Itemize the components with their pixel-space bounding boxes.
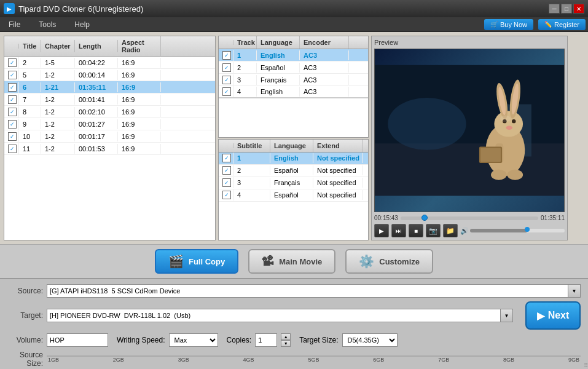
row-check[interactable]: [219, 153, 233, 164]
source-size-row: Source Size: ||||||||| 1GB 2GB 3GB 4GB 5…: [7, 351, 581, 368]
row-check[interactable]: [4, 119, 19, 130]
target-row: Target: ▼: [7, 309, 513, 322]
row-check[interactable]: [4, 69, 19, 81]
row-language: English: [257, 50, 300, 60]
table-row[interactable]: 9 1-2 00:01:27 16:9: [4, 118, 215, 130]
volume-input[interactable]: [47, 333, 108, 347]
row-check[interactable]: [219, 165, 233, 176]
copies-spinner: ▲ ▼: [281, 333, 291, 347]
row-check[interactable]: [4, 106, 19, 117]
row-check[interactable]: [4, 143, 19, 154]
table-row[interactable]: 6 1-21 01:35:11 16:9: [4, 81, 215, 93]
row-chapter: 1-5: [41, 58, 75, 68]
options-row: Volume: Writing Speed: Max Copies: ▲ ▼ T…: [7, 333, 581, 347]
progress-thumb[interactable]: [421, 215, 428, 221]
table-row[interactable]: 2 Español Not specified: [219, 165, 368, 177]
table-row[interactable]: 5 1-2 00:00:14 16:9: [4, 69, 215, 81]
table-row[interactable]: 4 Español Not specified: [219, 189, 368, 202]
row-check[interactable]: [4, 94, 19, 105]
row-chapter: 1-2: [41, 132, 75, 141]
menu-tools[interactable]: Tools: [33, 18, 62, 31]
row-language: English: [270, 153, 313, 163]
row-check[interactable]: [4, 57, 19, 68]
table-row[interactable]: 11 1-2 00:01:53 16:9: [4, 143, 215, 155]
row-check[interactable]: [4, 82, 19, 93]
svg-point-5: [494, 111, 523, 137]
table-row[interactable]: 1 English Not specified: [219, 153, 368, 165]
table-row[interactable]: 10 1-2 00:01:17 16:9: [4, 130, 215, 143]
target-dropdown-arrow[interactable]: ▼: [501, 309, 513, 322]
svg-point-12: [506, 126, 512, 130]
play-button[interactable]: ▶: [374, 224, 389, 237]
row-title: 6: [19, 82, 41, 92]
customize-label: Customize: [379, 257, 420, 266]
title-table-scroll[interactable]: 2 1-5 00:04:22 16:9 5 1-2 00:00:14 16:9 …: [4, 57, 215, 240]
row-check[interactable]: [219, 62, 233, 73]
table-row[interactable]: 2 Español AC3: [219, 62, 368, 74]
source-size-label: Source Size:: [7, 351, 43, 368]
subtitle-table-header: Subtitle Language Extend: [219, 140, 368, 153]
row-check[interactable]: [219, 177, 233, 188]
source-dropdown-arrow[interactable]: ▼: [568, 284, 581, 298]
table-row[interactable]: 3 Français Not specified: [219, 177, 368, 189]
full-copy-button[interactable]: 🎬 Full Copy: [155, 249, 238, 274]
source-input[interactable]: [47, 284, 568, 298]
close-button[interactable]: ✕: [573, 4, 584, 14]
row-check[interactable]: [4, 131, 19, 142]
customize-button[interactable]: ⚙️ Customize: [345, 249, 433, 274]
main-movie-button[interactable]: 📽 Main Movie: [248, 249, 335, 274]
menu-file[interactable]: File: [2, 18, 26, 31]
row-extend: Not specified: [313, 178, 363, 188]
row-check[interactable]: [219, 74, 233, 85]
table-row[interactable]: 3 Français AC3: [219, 74, 368, 86]
row-length: 00:01:27: [75, 119, 118, 129]
writing-speed-select[interactable]: Max: [169, 333, 218, 347]
minimize-button[interactable]: ─: [549, 4, 560, 14]
table-row[interactable]: 4 English AC3: [219, 86, 368, 98]
stop-button[interactable]: ■: [409, 224, 423, 237]
app-title: Tipard DVD Cloner 6(Unregistered): [18, 4, 549, 14]
copies-up[interactable]: ▲: [281, 333, 291, 340]
register-button[interactable]: Register: [538, 19, 586, 30]
table-row[interactable]: 2 1-5 00:04:22 16:9: [4, 57, 215, 69]
th-encoder: Encoder: [300, 36, 349, 49]
row-sub: 2: [233, 165, 270, 175]
table-row[interactable]: 7 1-2 00:01:41 16:9: [4, 93, 215, 106]
next-frame-button[interactable]: ⏭: [391, 224, 406, 237]
buy-now-button[interactable]: Buy Now: [484, 19, 533, 30]
folder-button[interactable]: 📁: [443, 224, 458, 237]
full-copy-label: Full Copy: [189, 257, 225, 266]
copy-mode-buttons: 🎬 Full Copy 📽 Main Movie ⚙️ Customize: [0, 244, 588, 278]
copies-input[interactable]: [255, 333, 277, 347]
video-content: [375, 49, 564, 212]
full-copy-icon: 🎬: [168, 254, 184, 269]
table-row[interactable]: 8 1-2 00:02:10 16:9: [4, 106, 215, 118]
target-row-container: Target: ▼ ▶ Next: [7, 301, 581, 330]
copies-down[interactable]: ▼: [281, 340, 291, 347]
audio-table-scroll[interactable]: 1 English AC3 2 Español AC3 3 Français: [219, 49, 368, 137]
next-button[interactable]: ▶ Next: [525, 301, 581, 330]
table-row[interactable]: 1 English AC3: [219, 49, 368, 62]
row-chapter: 1-2: [41, 107, 75, 117]
row-check[interactable]: [219, 86, 233, 97]
subtitle-table-scroll[interactable]: 1 English Not specified 2 Español Not sp…: [219, 153, 368, 240]
next-label: Next: [548, 310, 570, 321]
row-aspect: 16:9: [118, 107, 161, 117]
size-bar-area: ||||||||| 1GB 2GB 3GB 4GB 5GB 6GB 7GB 8G…: [47, 355, 581, 363]
th-aspect: Aspect Radio: [118, 36, 161, 56]
row-check[interactable]: [219, 189, 233, 200]
resize-grip[interactable]: ⠿: [581, 362, 588, 369]
progress-track[interactable]: [401, 216, 538, 220]
screenshot-button[interactable]: 📷: [426, 224, 441, 237]
menu-bar: File Tools Help Buy Now Register: [0, 17, 588, 32]
lower-panel: Source: ▼ Target: ▼ ▶ Next Volume: Writi…: [0, 278, 588, 369]
volume-slider[interactable]: [470, 229, 565, 232]
maximize-button[interactable]: □: [561, 4, 572, 14]
row-chapter: 1-2: [41, 144, 75, 154]
target-input[interactable]: [47, 309, 501, 322]
menu-help[interactable]: Help: [68, 18, 96, 31]
row-check[interactable]: [219, 50, 233, 61]
target-size-select[interactable]: D5(4.35G): [342, 333, 398, 347]
next-icon: ▶: [537, 310, 544, 322]
row-track: 1: [233, 50, 257, 60]
